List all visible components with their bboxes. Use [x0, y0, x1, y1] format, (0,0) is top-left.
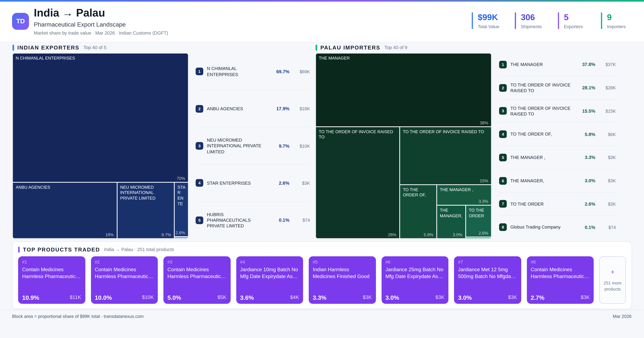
importer-legend-row[interactable]: 8Globus Trading Company0.1%$74	[499, 216, 616, 238]
footer-note: Block area = proportional share of $99K …	[12, 314, 144, 319]
exporter-rank-badge: 4	[196, 179, 203, 187]
importer-block-percent: 3.0%	[453, 232, 462, 237]
exporters-legend: 1N CHIMANLAL ENTERPRISES69.7%$69K2ANBU A…	[196, 53, 310, 238]
exporter-legend-row[interactable]: 1N CHIMANLAL ENTERPRISES69.7%$69K	[196, 53, 310, 90]
exporters-section-header: INDIAN EXPORTERS Top 40 of 5	[12, 44, 106, 51]
product-value: $11K	[70, 294, 81, 300]
importers-accent-bar	[316, 44, 317, 50]
importer-treemap-block[interactable]: TO THE ORDER OF INVOICE RAISED TO15%	[400, 126, 492, 185]
importer-legend-row[interactable]: 3TO THE ORDER OF INVOICE RAISED TO15.5%$…	[499, 100, 616, 123]
importers-note: Top 40 of 9	[384, 45, 407, 50]
footer: Block area = proportional share of $99K …	[0, 310, 644, 338]
importer-legend-percent: 0.1%	[577, 225, 595, 230]
importer-treemap-block[interactable]: THE MANAGER ,3.3%	[436, 185, 492, 206]
stat-label: Importers	[607, 24, 632, 29]
exporter-legend-row[interactable]: 3NEU MICROMED INTERNATIONAL PRIVATE LIMI…	[196, 128, 310, 164]
exporter-legend-percent: 2.6%	[271, 181, 290, 186]
stat-exporters: 5Exporters	[558, 12, 589, 29]
exporter-rank-badge: 3	[196, 142, 203, 150]
importer-block-percent: 38%	[480, 120, 488, 125]
stat-label: Shipments	[521, 24, 546, 29]
importer-legend-percent: 3.3%	[577, 155, 595, 160]
exporter-legend-value: $10K	[293, 144, 310, 148]
product-rank: #7	[458, 260, 517, 264]
importer-treemap-block[interactable]: TO THE ORDER OF,5.8%	[400, 185, 436, 238]
importer-treemap-block[interactable]: TO THE ORDER2.6%	[466, 205, 492, 237]
importer-legend-percent: 5.8%	[577, 132, 595, 137]
exporter-block-label: ANBU AGENCIES	[16, 185, 114, 190]
importer-block-label: TO THE ORDER OF INVOICE RAISED TO	[319, 129, 397, 140]
top-gradient-bar	[0, 0, 644, 2]
exporter-block-label: STAR ENTERPRISES	[178, 185, 186, 207]
importer-rank-badge: 7	[499, 200, 507, 208]
importer-legend-name: TO THE ORDER OF INVOICE RAISED TO	[510, 82, 573, 94]
stat-label: Total Value	[478, 24, 503, 29]
page-title: India → Palau	[34, 7, 168, 19]
exporter-treemap-block[interactable]: N CHIMANLAL ENTERPRISES70%	[12, 53, 188, 182]
exporter-treemap-block[interactable]: STAR ENTERPRISES2.6%	[174, 182, 188, 236]
stat-value: $99K	[478, 12, 503, 22]
product-card[interactable]: #1Contain Medicines Harmless Pharmaceuti…	[18, 256, 85, 304]
importer-rank-badge: 2	[499, 84, 507, 92]
product-percent: 3.3%	[313, 294, 326, 301]
exporter-rank-badge: 1	[196, 68, 203, 76]
exporter-treemap-block[interactable]: ANBU AGENCIES18%	[12, 182, 117, 238]
importer-treemap-block[interactable]	[466, 237, 492, 238]
importer-legend-name: TO THE ORDER OF,	[510, 131, 573, 137]
importer-treemap-block[interactable]: TO THE ORDER OF INVOICE RAISED TO28%	[316, 126, 400, 238]
exporter-legend-row[interactable]: 5HUBRIS PHARMACEUTICALS PRIVATE LIMITED0…	[196, 202, 310, 238]
importer-treemap-block[interactable]: THE MANAGER38%	[316, 53, 492, 126]
importer-legend-value: $37K	[599, 62, 616, 67]
exporter-legend-name: STAR ENTERPRISES	[207, 180, 267, 186]
importer-legend-row[interactable]: 6THE MANAGER,3.0%$3K	[499, 169, 616, 192]
plus-icon: +	[610, 268, 614, 276]
product-card[interactable]: #5Indian Harmless Medicines Finished Goo…	[309, 256, 376, 304]
product-card[interactable]: #6Jardiance 25mg Batch No Mfg Date Expir…	[382, 256, 448, 304]
importer-legend-row[interactable]: 5THE MANAGER ,3.3%$3K	[499, 146, 616, 169]
exporter-legend-row[interactable]: 2ANBU AGENCIES17.9%$18K	[196, 90, 310, 128]
products-section-header: TOP PRODUCTS TRADED India → Palau · 251 …	[18, 246, 626, 253]
product-percent: 2.7%	[531, 294, 544, 301]
product-card[interactable]: #4Jardiance 10mg Batch No Mfg Date Expir…	[236, 256, 303, 304]
exporter-legend-value: $18K	[293, 106, 310, 111]
product-percent: 5.0%	[168, 294, 181, 301]
importer-block-label: THE MANAGER	[319, 56, 489, 61]
exporter-legend-percent: 9.7%	[271, 144, 290, 148]
importer-legend-value: $15K	[599, 109, 616, 114]
importer-legend-percent: 2.6%	[577, 202, 595, 206]
importer-legend-row[interactable]: 1THE MANAGER37.8%$37K	[499, 53, 616, 76]
importer-legend-value: $3K	[599, 155, 616, 160]
product-card[interactable]: #3Contain Medicines Harmless Pharmaceuti…	[164, 256, 230, 304]
exporter-treemap-block[interactable]: NEU MICROMED INTERNATIONAL PRIVATE LIMIT…	[117, 182, 174, 238]
importer-treemap-block[interactable]: THE MANAGER,3.0%	[436, 205, 466, 238]
more-products-card[interactable]: +251 more products	[599, 256, 626, 304]
stat-value: 5	[564, 12, 589, 22]
importer-legend-name: TO THE ORDER	[510, 201, 573, 207]
header-titles: India → Palau Pharmaceutical Export Land…	[34, 7, 168, 36]
importer-legend-row[interactable]: 7TO THE ORDER2.6%$3K	[499, 192, 616, 216]
product-card[interactable]: #7Jardiance Met 12 5mg 500mg Batch No Mf…	[454, 256, 521, 304]
stat-shipments: 306Shipments	[515, 12, 546, 29]
exporter-block-percent: 9.7%	[162, 232, 171, 237]
importer-rank-badge: 4	[499, 130, 507, 138]
header: TD India → Palau Pharmaceutical Export L…	[0, 2, 644, 42]
exporter-block-percent: 2.6%	[176, 230, 185, 235]
importer-legend-row[interactable]: 4TO THE ORDER OF,5.8%$6K	[499, 123, 616, 146]
importer-rank-badge: 8	[499, 223, 507, 231]
importer-legend-value: $74	[599, 225, 616, 230]
exporter-legend-row[interactable]: 4STAR ENTERPRISES2.6%$3K	[196, 165, 310, 202]
stat-importers: 9Importers	[601, 12, 632, 29]
product-name: Contain Medicines Harmless Pharmaceutica…	[22, 266, 81, 280]
importer-legend-name: Globus Trading Company	[510, 224, 573, 230]
importer-block-label: TO THE ORDER OF INVOICE RAISED TO	[403, 129, 489, 134]
product-name: Jardiance Met 12 5mg 500mg Batch No Mfgd…	[458, 266, 517, 280]
importer-legend-value: $6K	[599, 132, 616, 137]
importer-block-label: TO THE ORDER OF,	[403, 187, 434, 198]
exporter-legend-name: NEU MICROMED INTERNATIONAL PRIVATE LIMIT…	[207, 137, 267, 154]
exporter-treemap-block[interactable]	[174, 236, 188, 238]
product-rank: #3	[168, 260, 226, 264]
importer-legend-percent: 3.0%	[577, 178, 595, 183]
importer-legend-row[interactable]: 2TO THE ORDER OF INVOICE RAISED TO28.1%$…	[499, 76, 616, 100]
product-card[interactable]: #2Contain Medicines Harmless Pharmaceuti…	[91, 256, 158, 304]
product-card[interactable]: #8Contain Medicines Harmless Pharmaceuti…	[527, 256, 594, 304]
